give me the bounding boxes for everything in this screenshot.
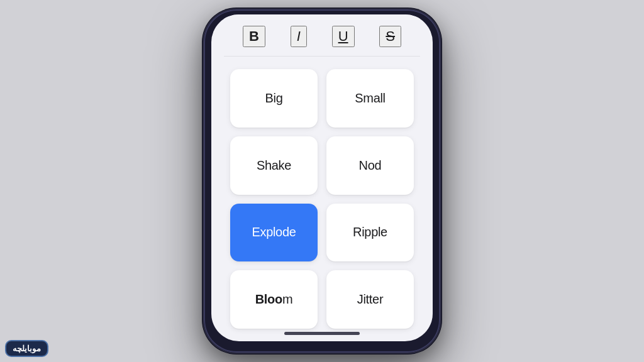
jitter-effect-button[interactable]: Jitter xyxy=(326,270,414,329)
bloom-effect-button[interactable]: Bloom xyxy=(230,270,318,329)
italic-button[interactable]: I xyxy=(291,26,307,47)
big-effect-button[interactable]: Big xyxy=(230,69,318,128)
phone-screen: B I U S Big Small Shake Nod Explode Ripp… xyxy=(211,14,433,341)
formatting-toolbar: B I U S xyxy=(224,14,420,57)
watermark: موبایلچه xyxy=(5,340,48,357)
nod-effect-button[interactable]: Nod xyxy=(326,136,414,195)
strikethrough-button[interactable]: S xyxy=(379,26,401,47)
underline-button[interactable]: U xyxy=(332,26,355,47)
shake-effect-button[interactable]: Shake xyxy=(230,136,318,195)
phone-wrapper: B I U S Big Small Shake Nod Explode Ripp… xyxy=(190,5,454,357)
ripple-effect-button[interactable]: Ripple xyxy=(326,204,414,262)
small-effect-button[interactable]: Small xyxy=(326,69,414,128)
home-indicator xyxy=(284,332,360,335)
bold-button[interactable]: B xyxy=(243,26,265,47)
watermark-text: موبایلچه xyxy=(13,344,41,353)
effects-grid: Big Small Shake Nod Explode Ripple Bloom… xyxy=(224,57,420,341)
screen-content: B I U S Big Small Shake Nod Explode Ripp… xyxy=(211,14,433,341)
explode-effect-button[interactable]: Explode xyxy=(230,204,318,262)
